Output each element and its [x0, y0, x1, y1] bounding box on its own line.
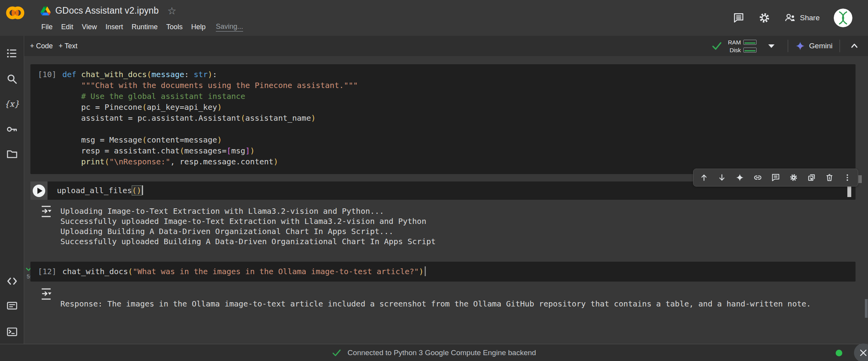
secrets-key-icon[interactable]	[6, 123, 18, 135]
cell-scrollbar-handle[interactable]	[847, 185, 851, 197]
backend-health-dot	[836, 350, 842, 356]
output-toggle-icon[interactable]	[41, 288, 52, 300]
output-text: Response: The images in the Ollama image…	[60, 288, 811, 309]
output-toggle-icon[interactable]	[41, 205, 52, 218]
left-sidebar: {x}	[0, 36, 24, 344]
delete-cell-trash-icon[interactable]	[825, 173, 834, 182]
menu-runtime[interactable]: Runtime	[132, 23, 158, 31]
more-actions-kebab-icon[interactable]	[843, 173, 852, 182]
code-snippets-icon[interactable]	[6, 275, 18, 287]
menu-file[interactable]: File	[41, 23, 53, 31]
notebook-title[interactable]: GDocs Assistant v2.ipynb	[55, 5, 159, 16]
comments-icon[interactable]	[733, 12, 745, 24]
close-statusbar-button[interactable]	[854, 343, 868, 361]
add-comment-icon[interactable]	[771, 173, 780, 182]
cell-settings-gear-icon[interactable]	[789, 173, 798, 182]
toolbar-right: RAM Disk Gemini	[711, 39, 868, 53]
menu-view[interactable]: View	[82, 23, 97, 31]
ram-gauge-bar	[743, 40, 757, 45]
move-cell-up-icon[interactable]	[700, 173, 708, 182]
menubar: File Edit View Insert Runtime Tools Help…	[41, 23, 243, 32]
search-icon[interactable]	[6, 73, 18, 85]
disk-gauge-bar	[743, 48, 757, 53]
star-icon[interactable]: ☆	[168, 6, 176, 16]
add-code-button[interactable]: + Code	[30, 42, 53, 50]
window-scrollbar-handle[interactable]	[865, 299, 868, 318]
gemini-label: Gemini	[809, 42, 833, 50]
notebook-toolbar: + Code + Text RAM Disk	[24, 36, 868, 56]
runtime-dropdown-caret-icon[interactable]	[768, 44, 774, 48]
status-message: Connected to Python 3 Google Compute Eng…	[348, 349, 536, 357]
divider	[788, 40, 788, 52]
menu-edit[interactable]: Edit	[61, 23, 73, 31]
disk-label: Disk	[730, 47, 741, 53]
execution-count: [12]	[30, 266, 62, 282]
command-palette-icon[interactable]	[6, 300, 18, 312]
code-editor[interactable]: upload_all_files()	[48, 181, 143, 200]
run-gutter	[30, 181, 48, 200]
close-icon	[859, 349, 868, 357]
status-right	[836, 344, 868, 361]
move-cell-down-icon[interactable]	[718, 173, 726, 182]
notebook-content: [10] def chat_with_docs(message: str): "…	[24, 56, 868, 344]
collapse-toolbar-chevron-icon[interactable]	[849, 41, 859, 51]
colab-logo[interactable]	[5, 4, 25, 22]
menu-help[interactable]: Help	[191, 23, 206, 31]
cell-output-upload: Uploading Image-to-Text Extraction with …	[41, 205, 436, 247]
cell-output-chat: Response: The images in the Ollama image…	[41, 288, 811, 309]
divider	[840, 40, 840, 52]
saving-status: Saving...	[216, 23, 243, 32]
drive-icon	[41, 6, 51, 16]
colab-window: GDocs Assistant v2.ipynb ☆ File Edit Vie…	[0, 0, 868, 361]
code-editor[interactable]: def chat_with_docs(message: str): """Cha…	[62, 69, 358, 174]
titlebar: GDocs Assistant v2.ipynb ☆	[41, 5, 176, 16]
run-cell-button[interactable]	[33, 185, 45, 197]
ram-label: RAM	[728, 39, 741, 46]
gemini-sparkle-icon	[795, 41, 805, 51]
header: GDocs Assistant v2.ipynb ☆ File Edit Vie…	[0, 0, 868, 36]
share-label: Share	[800, 14, 820, 22]
status-bar: Connected to Python 3 Google Compute Eng…	[0, 344, 868, 361]
gemini-spark-icon[interactable]	[736, 173, 744, 182]
cell-toolbar	[693, 169, 858, 187]
page-scrollbar-handle[interactable]	[858, 175, 862, 183]
code-editor[interactable]: chat_with_docs("What was in the images i…	[62, 266, 426, 282]
menu-tools[interactable]: Tools	[166, 23, 183, 31]
terminal-icon[interactable]	[6, 326, 18, 338]
add-text-label: + Text	[59, 42, 78, 50]
runtime-connected-check-icon	[711, 41, 722, 51]
settings-gear-icon[interactable]	[759, 12, 770, 24]
mirror-cell-in-tab-icon[interactable]	[807, 173, 816, 182]
ram-gauge: RAM	[728, 39, 756, 46]
disk-gauge: Disk	[728, 47, 756, 53]
add-text-button[interactable]: + Text	[59, 42, 78, 50]
avatar[interactable]	[834, 9, 852, 27]
table-of-contents-icon[interactable]	[6, 48, 18, 59]
output-text: Uploading Image-to-Text Extraction with …	[60, 205, 436, 247]
files-folder-icon[interactable]	[6, 148, 18, 160]
code-cell-12[interactable]: [12] chat_with_docs("What was in the ima…	[30, 262, 856, 282]
copy-link-icon[interactable]	[753, 173, 762, 182]
share-people-icon	[784, 12, 796, 24]
menu-insert[interactable]: Insert	[106, 23, 123, 31]
play-icon	[37, 188, 42, 194]
share-button[interactable]: Share	[784, 12, 820, 24]
header-actions: Share	[733, 0, 852, 36]
variables-icon[interactable]: {x}	[6, 98, 18, 110]
gemini-button[interactable]: Gemini	[795, 41, 833, 51]
connected-check-icon	[332, 348, 341, 357]
code-cell-10[interactable]: [10] def chat_with_docs(message: str): "…	[30, 64, 856, 174]
execution-count: [10]	[30, 69, 62, 174]
resource-gauges[interactable]: RAM Disk	[728, 39, 756, 53]
add-code-label: + Code	[30, 42, 53, 50]
